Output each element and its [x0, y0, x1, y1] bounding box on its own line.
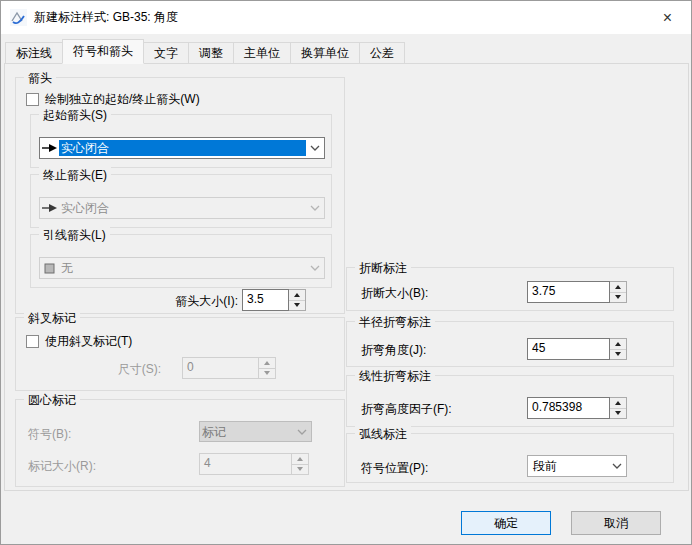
chevron-down-icon — [612, 463, 622, 469]
down-arrow-icon — [615, 295, 621, 299]
chevron-down-icon — [310, 265, 320, 271]
tab-primary-units[interactable]: 主单位 — [233, 42, 291, 64]
checkbox-box[interactable] — [26, 335, 39, 348]
symbol-position-value: 段前 — [528, 458, 608, 474]
center-symbol-value: 标记 — [200, 424, 293, 440]
close-button[interactable]: × — [645, 2, 690, 33]
arc-dimension-title: 弧线标注 — [355, 426, 411, 443]
end-arrow-group: 终止箭头(E) 实心闭合 — [30, 174, 332, 228]
jog-height-factor-label: 折弯高度因子(F): — [361, 401, 452, 418]
break-dimension-title: 折断标注 — [355, 260, 411, 277]
up-arrow-icon — [615, 342, 621, 346]
down-arrow-icon — [615, 411, 621, 415]
spinner-buttons — [259, 357, 276, 379]
cancel-button-label: 取消 — [604, 515, 628, 532]
solid-closed-arrow-icon — [40, 140, 59, 156]
jog-height-factor-spinner[interactable]: 0.785398 — [527, 397, 627, 419]
close-icon: × — [663, 9, 672, 27]
tab-tolerances[interactable]: 公差 — [359, 42, 405, 64]
spinner-buttons — [610, 281, 627, 303]
tab-alternate-units[interactable]: 换算单位 — [290, 42, 360, 64]
leader-arrow-dropdown-button — [306, 258, 324, 278]
independent-arrows-checkbox[interactable]: 绘制独立的起始/终止箭头(W) — [26, 91, 200, 108]
arrows-group: 箭头 绘制独立的起始/终止箭头(W) 起始箭头(S) 实心闭合 终止箭头(E) — [15, 77, 345, 314]
symbol-position-dropdown-button[interactable] — [608, 456, 626, 476]
chevron-down-icon — [297, 429, 307, 435]
jog-height-factor-field[interactable]: 0.785398 — [527, 397, 610, 419]
down-arrow-icon — [264, 371, 270, 375]
start-arrow-combo[interactable]: 实心闭合 — [39, 137, 325, 159]
center-size-spinner: 4 — [199, 453, 309, 475]
spinner-buttons — [289, 289, 306, 311]
up-arrow-icon — [615, 285, 621, 289]
slant-size-label: 尺寸(S): — [71, 361, 161, 378]
arrow-size-spinner[interactable]: 3.5 — [242, 289, 306, 311]
down-arrow-icon — [294, 303, 300, 307]
jog-angle-field[interactable]: 45 — [527, 338, 610, 360]
dimension-style-icon — [10, 9, 27, 26]
chevron-down-icon — [310, 145, 320, 151]
spinner-up-button[interactable] — [610, 398, 626, 408]
break-size-label: 折断大小(B): — [361, 285, 428, 302]
slant-size-field: 0 — [182, 357, 259, 379]
down-arrow-icon — [297, 467, 303, 471]
slant-size-spinner: 0 — [182, 357, 276, 379]
center-size-field: 4 — [199, 453, 292, 475]
spinner-up-button[interactable] — [289, 290, 305, 300]
arrow-size-field[interactable]: 3.5 — [242, 289, 289, 311]
down-arrow-icon — [615, 352, 621, 356]
center-symbol-dropdown-button — [293, 422, 311, 441]
cancel-button[interactable]: 取消 — [571, 511, 661, 535]
tab-symbols-and-arrows[interactable]: 符号和箭头 — [62, 39, 144, 64]
arc-dimension-group: 弧线标注 符号位置(P): 段前 — [346, 433, 674, 483]
spinner-down-button[interactable] — [289, 300, 305, 311]
spinner-down-button — [292, 464, 308, 475]
window-title: 新建标注样式: GB-35: 角度 — [34, 9, 178, 26]
tab-fit[interactable]: 调整 — [188, 42, 234, 64]
tab-dimension-lines[interactable]: 标注线 — [5, 42, 63, 64]
linear-jog-group: 线性折弯标注 折弯高度因子(F): 0.785398 — [346, 375, 674, 427]
spinner-buttons — [292, 453, 309, 475]
spinner-buttons — [610, 397, 627, 419]
start-arrow-title: 起始箭头(S) — [39, 107, 111, 124]
use-slant-tick-label: 使用斜叉标记(T) — [45, 333, 132, 350]
spinner-up-button — [259, 358, 275, 368]
start-arrow-group: 起始箭头(S) 实心闭合 — [30, 114, 332, 168]
spinner-down-button — [259, 368, 275, 379]
independent-arrows-label: 绘制独立的起始/终止箭头(W) — [45, 91, 200, 108]
checkbox-box[interactable] — [26, 93, 39, 106]
center-mark-group: 圆心标记 符号(B): 标记 标记大小(R): 4 — [15, 399, 345, 487]
center-size-label: 标记大小(R): — [28, 458, 96, 475]
leader-arrow-group: 引线箭头(L) 无 — [30, 234, 332, 288]
spinner-down-button[interactable] — [610, 292, 626, 303]
jog-angle-spinner[interactable]: 45 — [527, 338, 627, 360]
tab-bar: 标注线 符号和箭头 文字 调整 主单位 换算单位 公差 — [5, 40, 404, 64]
new-dimension-style-dialog: 新建标注样式: GB-35: 角度 × 标注线 符号和箭头 文字 调整 主单位 … — [0, 0, 692, 545]
spinner-down-button[interactable] — [610, 408, 626, 419]
spinner-buttons — [610, 338, 627, 360]
break-size-field[interactable]: 3.75 — [527, 281, 610, 303]
start-arrow-dropdown-button[interactable] — [306, 138, 324, 158]
leader-arrow-title: 引线箭头(L) — [39, 227, 110, 244]
start-arrow-value: 实心闭合 — [59, 140, 306, 156]
symbol-position-combo[interactable]: 段前 — [527, 455, 627, 477]
tab-text[interactable]: 文字 — [143, 42, 189, 64]
ok-button[interactable]: 确定 — [461, 511, 551, 535]
solid-closed-arrow-icon — [40, 200, 59, 216]
center-symbol-combo: 标记 — [199, 421, 312, 442]
spinner-down-button[interactable] — [610, 349, 626, 360]
center-mark-group-title: 圆心标记 — [24, 392, 80, 409]
chevron-down-icon — [310, 205, 320, 211]
end-arrow-value: 实心闭合 — [59, 200, 306, 216]
break-size-spinner[interactable]: 3.75 — [527, 281, 627, 303]
slant-tick-group-title: 斜叉标记 — [24, 310, 80, 327]
leader-arrow-combo: 无 — [39, 257, 325, 279]
arrows-group-title: 箭头 — [24, 70, 56, 87]
radius-jog-title: 半径折弯标注 — [355, 314, 435, 331]
up-arrow-icon — [615, 401, 621, 405]
spinner-up-button[interactable] — [610, 282, 626, 292]
titlebar: 新建标注样式: GB-35: 角度 × — [1, 1, 691, 34]
use-slant-tick-checkbox[interactable]: 使用斜叉标记(T) — [26, 333, 132, 350]
spinner-up-button[interactable] — [610, 339, 626, 349]
leader-arrow-value: 无 — [59, 260, 306, 276]
